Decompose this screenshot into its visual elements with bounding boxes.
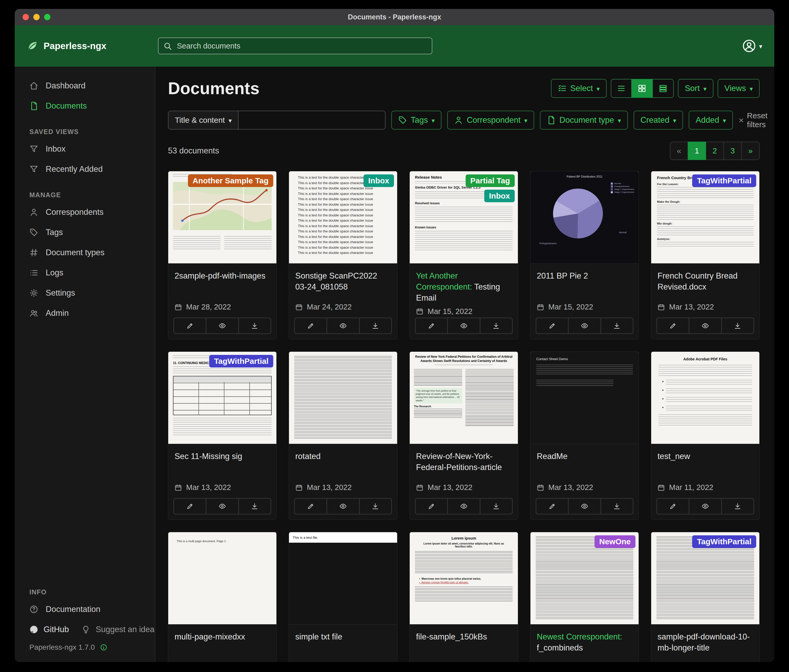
sidebar-item-documents[interactable]: Documents <box>15 96 155 116</box>
sidebar-item-correspondents[interactable]: Correspondents <box>15 202 155 222</box>
sidebar-item-document-types[interactable]: Document types <box>15 242 155 263</box>
sidebar-item-settings[interactable]: Settings <box>15 283 155 303</box>
document-thumbnail[interactable]: Review of New York Federal Petitions for… <box>410 352 518 444</box>
edit-button[interactable] <box>174 498 206 514</box>
sidebar-item-admin[interactable]: Admin <box>15 303 155 323</box>
edit-button[interactable] <box>536 318 568 333</box>
document-thumbnail[interactable]: This is a multi page document. Page 1. <box>168 532 276 624</box>
sidebar-item-inbox[interactable]: Inbox <box>15 139 155 159</box>
download-button[interactable] <box>601 498 633 514</box>
download-button[interactable] <box>721 498 754 514</box>
document-title[interactable]: 2sample-pdf-with-images <box>174 271 270 282</box>
edit-button[interactable] <box>295 498 326 514</box>
document-thumbnail[interactable]: Contact Sheet Demo <box>530 352 639 444</box>
document-title[interactable]: sample-pdf-download-10-mb-longer-title <box>658 631 753 653</box>
download-button[interactable] <box>238 498 271 514</box>
close-window-button[interactable] <box>22 14 29 20</box>
tag-badge-another-sample-tag[interactable]: Another Sample Tag <box>188 174 273 187</box>
document-thumbnail[interactable]: Patient BP Distribution 2011 Normal Preh… <box>530 171 639 264</box>
title-content-dropdown[interactable]: Title & content ▾ <box>168 111 239 130</box>
preview-button[interactable] <box>206 498 238 514</box>
preview-button[interactable] <box>206 318 238 333</box>
edit-button[interactable] <box>657 498 689 514</box>
document-title[interactable]: Yet Another Correspondent: Testing Email <box>416 271 511 304</box>
sidebar-item-dashboard[interactable]: Dashboard <box>15 76 155 96</box>
views-button[interactable]: Views ▾ <box>718 79 760 98</box>
document-title[interactable]: ReadMe <box>537 451 632 462</box>
preview-button[interactable] <box>689 318 721 333</box>
search-input[interactable] <box>158 38 432 54</box>
document-title[interactable]: multi-page-mixedxx <box>174 631 270 642</box>
tag-badge-tagwithpartial[interactable]: TagWithPartial <box>692 174 756 187</box>
created-filter-button[interactable]: Created ▾ <box>634 111 683 130</box>
download-button[interactable] <box>359 498 391 514</box>
document-thumbnail[interactable]: Lorem ipsum Lorem ipsum dolor sit amet, … <box>410 532 518 624</box>
document-correspondent-link[interactable]: Yet Another Correspondent: <box>416 271 472 291</box>
document-thumbnail[interactable]: Adobe Acrobat PDF Files <box>651 352 759 444</box>
document-title[interactable]: 2011 BP Pie 2 <box>537 271 632 282</box>
document-title[interactable]: rotated <box>295 451 391 462</box>
app-brand[interactable]: Paperless-ngx <box>27 40 158 52</box>
reset-filters-button[interactable]: × Reset filters <box>739 111 767 129</box>
preview-button[interactable] <box>447 498 479 514</box>
preview-button[interactable] <box>689 498 721 514</box>
github-link[interactable]: GitHub <box>29 625 69 634</box>
pagination-prev[interactable]: « <box>670 142 688 160</box>
edit-button[interactable] <box>415 498 447 514</box>
view-list-button[interactable] <box>611 79 632 98</box>
download-button[interactable] <box>721 318 754 333</box>
zoom-window-button[interactable] <box>44 14 50 20</box>
pagination-page-3[interactable]: 3 <box>724 142 742 160</box>
edit-button[interactable] <box>657 318 689 333</box>
document-title[interactable]: Newest Correspondent: f_combineds <box>537 631 632 653</box>
download-button[interactable] <box>601 318 633 333</box>
user-menu[interactable]: ▾ <box>742 39 762 53</box>
pagination-page-1[interactable]: 1 <box>688 142 706 160</box>
download-button[interactable] <box>480 318 512 333</box>
tag-badge-tagwithpartial[interactable]: TagWithPartial <box>209 355 273 368</box>
edit-button[interactable] <box>295 318 326 333</box>
pagination-next[interactable]: » <box>741 142 760 160</box>
sidebar-item-logs[interactable]: Logs <box>15 263 155 283</box>
preview-button[interactable] <box>326 498 359 514</box>
tag-badge-newone[interactable]: NewOne <box>594 535 636 548</box>
document-title[interactable]: simple txt file <box>295 631 391 642</box>
preview-button[interactable] <box>568 498 600 514</box>
sidebar-item-tags[interactable]: Tags <box>15 222 155 242</box>
sidebar-item-recently-added[interactable]: Recently Added <box>15 159 155 179</box>
info-icon[interactable] <box>100 644 107 651</box>
sort-button[interactable]: Sort ▾ <box>678 79 713 98</box>
document-thumbnail[interactable]: This is a test file. <box>289 532 397 624</box>
edit-button[interactable] <box>536 498 568 514</box>
preview-button[interactable] <box>447 318 479 333</box>
preview-button[interactable] <box>326 318 359 333</box>
filter-query-input[interactable] <box>239 111 386 130</box>
tags-filter-button[interactable]: Tags ▾ <box>391 111 442 130</box>
document-correspondent-link[interactable]: Newest Correspondent: <box>537 632 622 641</box>
preview-button[interactable] <box>568 318 600 333</box>
view-details-button[interactable] <box>653 79 674 98</box>
sidebar-item-documentation[interactable]: Documentation <box>15 599 155 619</box>
document-title[interactable]: Sec 11-Missing sig <box>174 451 270 462</box>
edit-button[interactable] <box>415 318 447 333</box>
edit-button[interactable] <box>174 318 206 333</box>
download-button[interactable] <box>238 318 271 333</box>
added-filter-button[interactable]: Added ▾ <box>689 111 733 130</box>
tag-badge-inbox[interactable]: Inbox <box>364 174 394 187</box>
document-title[interactable]: file-sample_150kBs <box>416 631 511 642</box>
document-thumbnail[interactable] <box>289 352 397 444</box>
correspondent-filter-button[interactable]: Correspondent ▾ <box>447 111 534 130</box>
suggest-idea-link[interactable]: Suggest an idea <box>81 625 154 634</box>
tag-badge-tagwithpartial[interactable]: TagWithPartial <box>692 535 756 548</box>
document-title[interactable]: French Country Bread Revised.docx <box>658 271 753 293</box>
download-button[interactable] <box>359 318 391 333</box>
document-type-filter-button[interactable]: Document type ▾ <box>540 111 628 130</box>
document-title[interactable]: test_new <box>658 451 753 462</box>
document-title[interactable]: Sonstige ScanPC2022 03-24_081058 <box>295 271 391 293</box>
view-grid-button[interactable] <box>632 79 653 98</box>
minimize-window-button[interactable] <box>34 14 40 20</box>
tag-badge-partial-tag[interactable]: Partial Tag <box>466 174 515 187</box>
document-title[interactable]: Review-of-New-York-Federal-Petitions-art… <box>416 451 511 473</box>
pagination-page-2[interactable]: 2 <box>706 142 724 160</box>
select-button[interactable]: Select ▾ <box>551 79 607 98</box>
